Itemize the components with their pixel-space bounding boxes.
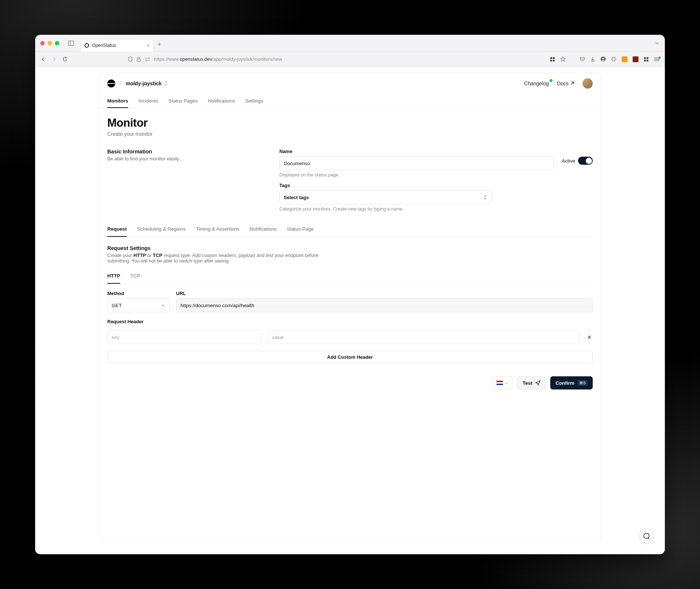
method-select[interactable]: GET — [107, 298, 170, 312]
header-value-input[interactable] — [268, 330, 579, 344]
extensions-icon[interactable] — [611, 56, 617, 62]
svg-marker-7 — [561, 57, 565, 61]
proto-tabs: HTTP TCP — [107, 269, 593, 284]
method-label: Method — [107, 291, 170, 296]
add-header-button[interactable]: Add Custom Header — [107, 351, 593, 363]
pocket-icon[interactable] — [580, 57, 585, 62]
tab-overflow-button[interactable] — [655, 41, 660, 46]
url-host: openstatus.dev — [180, 56, 212, 62]
inner-tab-request[interactable]: Request — [107, 222, 127, 237]
name-field: Name Displayed on the status page. — [279, 149, 554, 178]
menu-icon[interactable] — [654, 57, 660, 61]
nav-tab-settings[interactable]: Settings — [245, 94, 263, 108]
changelog-link[interactable]: Changelog — [524, 81, 549, 86]
header-key-input[interactable] — [107, 330, 261, 344]
basic-section-desc: Be able to find your monitor easily. — [107, 156, 265, 161]
header-row: × — [107, 330, 593, 344]
request-header-field: Request Header × Add Custom Header — [107, 319, 593, 363]
browser-window: OpenStatus × + https://www.openstatus.de… — [35, 35, 665, 554]
inner-tab-notifications[interactable]: Notifications — [250, 222, 277, 237]
tags-helper: Categorize your monitors. Create new tag… — [279, 206, 492, 212]
account-icon[interactable] — [600, 56, 606, 62]
test-button[interactable]: Test — [517, 376, 546, 389]
page-title: Monitor — [107, 116, 593, 130]
tags-select[interactable]: Select tags — [279, 190, 492, 204]
downloads-icon[interactable] — [590, 57, 595, 62]
reader-grid-icon[interactable] — [550, 57, 555, 62]
svg-point-9 — [602, 58, 604, 59]
inner-tab-status-page[interactable]: Status Page — [287, 222, 314, 237]
svg-rect-10 — [644, 57, 646, 59]
shield-icon[interactable] — [128, 56, 133, 62]
region-flag-button[interactable] — [492, 376, 513, 389]
confirm-button[interactable]: Confirm ⌘S — [550, 376, 593, 389]
forward-button[interactable] — [51, 56, 57, 62]
app-header-right: Changelog Docs — [524, 78, 593, 89]
window-controls — [40, 41, 59, 45]
workspace-switcher-icon[interactable] — [164, 81, 168, 86]
main-card: Monitor Create your monitor Basic Inform… — [99, 108, 601, 540]
toggle-knob — [586, 158, 592, 164]
active-toggle[interactable] — [578, 157, 593, 165]
back-button[interactable] — [40, 56, 46, 62]
urlbar-right — [550, 56, 660, 62]
app-logo-icon[interactable] — [107, 79, 115, 87]
docs-link[interactable]: Docs — [557, 81, 574, 86]
ext-bitwarden-icon[interactable] — [622, 56, 628, 62]
confirm-label: Confirm — [555, 380, 574, 386]
ext-ublock-icon[interactable] — [633, 56, 638, 62]
browser-tab[interactable]: OpenStatus × — [81, 39, 154, 52]
workspace-name[interactable]: moldy-joystick — [126, 81, 161, 86]
new-tab-button[interactable]: + — [157, 41, 161, 48]
request-section: Request Settings Create your HTTP or TCP… — [107, 245, 593, 389]
inner-tab-scheduling[interactable]: Scheduling & Regions — [137, 222, 186, 237]
send-icon — [535, 380, 540, 385]
svg-rect-13 — [647, 60, 648, 61]
url-field: URL — [176, 291, 593, 312]
name-helper: Displayed on the status page. — [279, 172, 554, 178]
test-label: Test — [522, 380, 532, 386]
ext-grid-icon[interactable] — [644, 57, 649, 62]
permissions-icon[interactable] — [145, 57, 150, 61]
inner-tab-timing[interactable]: Timing & Assertions — [196, 222, 239, 237]
page-subtitle: Create your monitor — [107, 131, 593, 137]
section-basic-right: Name Displayed on the status page. Activ… — [279, 149, 593, 212]
section-basic: Basic Information Be able to find your m… — [107, 149, 593, 212]
tab-close-button[interactable]: × — [147, 42, 150, 48]
app-header-top: / moldy-joystick Changelog Docs — [107, 73, 593, 94]
avatar[interactable] — [582, 78, 593, 89]
remove-header-button[interactable]: × — [586, 332, 593, 343]
active-label: Active — [562, 158, 575, 164]
nav-tab-notifications[interactable]: Notifications — [208, 94, 235, 108]
maximize-window-button[interactable] — [55, 41, 59, 45]
proto-tab-http[interactable]: HTTP — [107, 269, 120, 284]
svg-rect-6 — [553, 60, 555, 61]
nav-tab-status-pages[interactable]: Status Pages — [168, 94, 198, 108]
chevron-down-icon — [504, 381, 509, 385]
nav-tab-incidents[interactable]: Incidents — [138, 94, 158, 108]
method-url-row: Method GET URL — [107, 291, 593, 312]
req-desc-tcp: TCP — [153, 253, 162, 258]
svg-rect-11 — [647, 57, 648, 59]
titlebar: OpenStatus × + — [35, 35, 665, 52]
name-label: Name — [279, 149, 554, 154]
docs-label: Docs — [557, 81, 569, 86]
chat-icon — [643, 533, 650, 539]
bookmark-star-icon[interactable] — [560, 56, 566, 62]
minimize-window-button[interactable] — [48, 41, 52, 45]
sidebar-toggle-icon[interactable] — [68, 41, 74, 46]
method-value: GET — [112, 303, 122, 308]
page: / moldy-joystick Changelog Docs — [35, 67, 665, 554]
close-window-button[interactable] — [40, 41, 45, 45]
req-desc-http: HTTP — [134, 253, 146, 258]
lock-icon[interactable] — [137, 57, 141, 62]
flag-nl-icon — [496, 381, 503, 385]
nav-tab-monitors[interactable]: Monitors — [107, 94, 128, 108]
url-input[interactable] — [176, 298, 593, 312]
reload-button[interactable] — [62, 56, 68, 62]
name-input[interactable] — [279, 156, 554, 170]
proto-tab-tcp[interactable]: TCP — [130, 269, 140, 284]
url-text[interactable]: https://www.openstatus.dev/app/moldy-joy… — [154, 56, 282, 62]
chat-fab-button[interactable] — [639, 529, 654, 543]
tab-title: OpenStatus — [92, 43, 116, 48]
